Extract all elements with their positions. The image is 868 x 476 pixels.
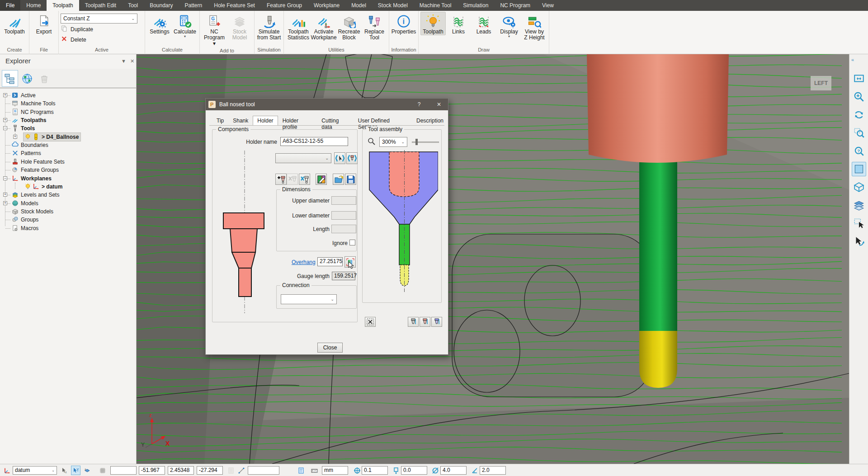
select-box-button[interactable] — [852, 216, 866, 231]
dialog-tab-holder-profile[interactable]: Holder profile — [278, 116, 317, 126]
explorer-web-button[interactable] — [19, 70, 35, 87]
tree-item-tools[interactable]: −Tools — [0, 124, 136, 132]
assembly-zoom-select[interactable]: 300%⌄ — [379, 137, 407, 147]
assembly-shade-button-1[interactable] — [408, 317, 419, 327]
tree-item-machinetools[interactable]: Machine Tools — [0, 99, 136, 108]
tree-item-models[interactable]: +Models — [0, 199, 136, 207]
dialog-tab-tip[interactable]: Tip — [212, 116, 228, 126]
select-rotate-button[interactable] — [852, 234, 866, 249]
split-component-button[interactable] — [299, 174, 310, 185]
menu-model[interactable]: Model — [345, 0, 372, 11]
ribbon-button-stock-model[interactable]: StockModel — [227, 12, 252, 41]
ribbon-button-properties[interactable]: iProperties — [391, 12, 416, 35]
edit-appearance-button[interactable] — [316, 174, 327, 185]
measure-field[interactable] — [248, 466, 279, 475]
tree-item-workplanes[interactable]: −Workplanes — [0, 174, 136, 183]
ribbon-button-display[interactable]: Display▾ — [496, 12, 522, 39]
assembly-shade-button-2[interactable] — [420, 317, 430, 327]
grid-size-field[interactable] — [110, 466, 137, 475]
ribbon-button-calculate[interactable]: Calculate▾ — [172, 12, 198, 39]
tree-item-levelsandsets[interactable]: +Levels and Sets — [0, 191, 136, 199]
tree-item-stockmodels[interactable]: Stock Models — [0, 207, 136, 216]
menu-boundary[interactable]: Boundary — [144, 0, 179, 11]
coord-z-field[interactable]: -27.294 — [197, 466, 223, 475]
ribbon-button-toolpath-statistics[interactable]: ToolpathStatistics — [286, 12, 311, 41]
open-holder-button[interactable] — [333, 174, 344, 185]
tree-item-macros[interactable]: Macros — [0, 224, 136, 232]
stepover-field[interactable]: 2.0 — [480, 466, 506, 475]
tree-item-holefeaturesets[interactable]: Hole Feature Sets — [0, 158, 136, 166]
ribbon-button-simulate-from-start[interactable]: Simulatefrom Start — [256, 12, 282, 41]
tree-item-datum[interactable]: > datum — [0, 183, 136, 191]
dialog-tab-description[interactable]: Description — [412, 116, 448, 126]
menu-stock-model[interactable]: Stock Model — [372, 0, 414, 11]
tree-expand-minus[interactable]: − — [3, 126, 7, 130]
ribbon-button-nc-program--[interactable]: GNCProgram ▾ — [202, 12, 227, 47]
menu-file[interactable]: File — [0, 0, 20, 11]
menu-simulation[interactable]: Simulation — [457, 0, 494, 11]
cursor-x-icon[interactable]: x — [60, 466, 69, 475]
menu-toolpath[interactable]: Toolpath — [47, 0, 79, 11]
explorer-menu-arrow-icon[interactable]: ▼ — [121, 58, 126, 64]
tree-item-featuregroups[interactable]: Feature Groups — [0, 166, 136, 174]
active-strategy-dropdown[interactable]: Constant Z⌄ — [61, 14, 137, 24]
tree-item-groups[interactable]: Groups — [0, 216, 136, 224]
tree-item-active[interactable]: +Active — [0, 91, 136, 99]
menu-pattern[interactable]: Pattern — [179, 0, 208, 11]
collapse-toolbar-icon[interactable]: « — [851, 57, 855, 62]
tree-expand-plus[interactable]: + — [3, 93, 7, 97]
ribbon-button-view-by-z-height[interactable]: View byZ Height — [522, 12, 547, 41]
menu-feature-group[interactable]: Feature Group — [261, 0, 308, 11]
dialog-tab-user-defined-settings[interactable]: User Defined Settings — [354, 116, 412, 126]
overhang-link[interactable]: Overhang — [292, 259, 316, 265]
tree-expand-minus[interactable]: − — [3, 176, 7, 180]
dialog-tab-holder[interactable]: Holder — [253, 116, 278, 126]
ribbon-button-delete[interactable]: Delete — [61, 35, 143, 44]
shaded-view-button[interactable] — [852, 162, 866, 176]
explorer-close-icon[interactable]: ✕ — [130, 58, 134, 64]
tree-item-patterns[interactable]: Patterns — [0, 149, 136, 157]
workplane-select[interactable]: datum⌄ — [13, 466, 57, 475]
ribbon-button-settings[interactable]: Settings — [147, 12, 172, 35]
fit-screen-button[interactable] — [852, 71, 866, 86]
explorer-tree-view-button[interactable] — [2, 70, 18, 87]
tree-expand-plus[interactable]: + — [13, 135, 17, 139]
menu-toolpath-edit[interactable]: Toolpath Edit — [79, 0, 122, 11]
iso-view-cube-button[interactable] — [852, 180, 866, 194]
connection-combo[interactable]: ⌄ — [281, 294, 337, 304]
ribbon-button-toolpath[interactable]: Toolpath — [2, 12, 27, 35]
menu-hole-feature-set[interactable]: Hole Feature Set — [208, 0, 261, 11]
upper-diameter-input[interactable] — [331, 196, 356, 205]
menu-tool[interactable]: Tool — [122, 0, 144, 11]
wizard-select-button[interactable] — [334, 152, 345, 164]
dialog-titlebar[interactable]: P Ball nosed tool ? ✕ — [206, 99, 448, 110]
measure-icon[interactable] — [236, 466, 246, 475]
ribbon-button-duplicate[interactable]: Duplicate — [61, 24, 143, 34]
tree-item-boundaries[interactable]: Boundaries — [0, 141, 136, 149]
menu-home[interactable]: Home — [20, 0, 47, 11]
grid-icon[interactable] — [98, 466, 107, 475]
ribbon-button-replace-tool[interactable]: ReplaceTool — [362, 12, 387, 41]
zoom-in-button[interactable] — [852, 90, 866, 104]
coord-y-field[interactable]: 2.45348 — [168, 466, 194, 475]
wizard-tool-button[interactable] — [346, 152, 358, 164]
dialog-close-x-button[interactable]: ✕ — [434, 100, 443, 108]
assembly-autoscale-button[interactable] — [365, 317, 376, 327]
tree-expand-plus[interactable]: + — [3, 118, 7, 122]
explorer-trash-button[interactable] — [36, 70, 52, 87]
ribbon-button-recreate-block[interactable]: RecreateBlock — [336, 12, 362, 41]
ribbon-button-export[interactable]: Export — [31, 12, 57, 35]
tree-item-d4ballnose[interactable]: +> D4_Ballnose — [0, 133, 136, 141]
assembly-zoom-slider-handle[interactable] — [415, 139, 418, 145]
dialog-tab-cutting-data[interactable]: Cutting data — [317, 116, 354, 126]
close-button[interactable]: Close — [317, 343, 343, 353]
tree-expand-plus[interactable]: + — [3, 193, 7, 197]
component-select-combo[interactable]: ⌄ — [275, 153, 331, 163]
lower-diameter-input[interactable] — [331, 211, 356, 220]
diameter-field[interactable]: 4.0 — [440, 466, 467, 475]
menu-nc-program[interactable]: NC Program — [494, 0, 536, 11]
units-field[interactable]: mm — [322, 466, 348, 475]
length-input[interactable] — [331, 225, 356, 233]
tree-item-toolpaths[interactable]: +Toolpaths — [0, 116, 136, 124]
list-icon[interactable] — [226, 466, 236, 475]
